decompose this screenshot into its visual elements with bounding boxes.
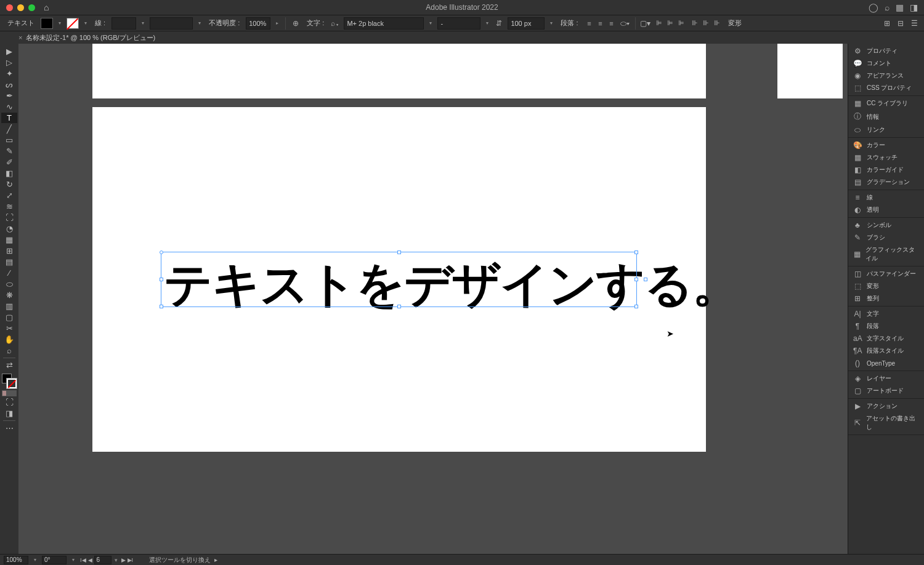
- fill-swatch[interactable]: [41, 18, 53, 29]
- rectangle-tool[interactable]: ▭: [1, 135, 17, 145]
- screen-mode-icon[interactable]: ⛶: [1, 397, 17, 407]
- panel-item[interactable]: ◈レイヤー: [848, 372, 924, 385]
- align-left-icon[interactable]: ≡: [585, 18, 594, 28]
- status-menu-icon[interactable]: ▸: [214, 556, 217, 563]
- magic-wand-tool[interactable]: ✦: [1, 68, 17, 79]
- pen-tool[interactable]: ✒: [1, 90, 17, 101]
- eraser-tool[interactable]: ◧: [1, 168, 17, 178]
- opacity-dropdown-icon[interactable]: ▸: [274, 20, 280, 26]
- recolor-icon[interactable]: ⊕: [291, 18, 301, 28]
- panel-item[interactable]: aA文字スタイル: [848, 332, 924, 345]
- stroke-profile-input[interactable]: [150, 17, 193, 30]
- panel-item[interactable]: ✎ブラシ: [848, 231, 924, 244]
- panel-item[interactable]: ▦スウォッチ: [848, 151, 924, 164]
- edit-toolbar-icon[interactable]: ⋯: [1, 423, 17, 433]
- column-graph-tool[interactable]: ▥: [1, 301, 17, 311]
- artboard-tool[interactable]: ▢: [1, 312, 17, 323]
- close-window-button[interactable]: [6, 4, 13, 11]
- fill-stroke-indicator[interactable]: [2, 374, 17, 388]
- panel-item[interactable]: ◫パスファインダー: [848, 268, 924, 280]
- align-center-icon[interactable]: ≡: [596, 18, 606, 28]
- doc-setup-icon[interactable]: ▢▾: [641, 18, 650, 28]
- last-artboard-icon[interactable]: ▶I: [128, 557, 134, 563]
- lasso-tool[interactable]: ᔕ: [1, 79, 17, 90]
- mesh-tool[interactable]: ⊞: [1, 246, 17, 256]
- snap-point-icon[interactable]: ⊟: [896, 18, 906, 28]
- selection-bounding-box[interactable]: [161, 252, 637, 307]
- draw-mode-row[interactable]: [2, 390, 17, 396]
- panel-item[interactable]: ◐透明: [848, 204, 924, 216]
- panel-item[interactable]: 🎨カラー: [848, 139, 924, 151]
- resize-handle-br[interactable]: [634, 305, 638, 308]
- resize-handle-bm[interactable]: [397, 305, 401, 308]
- dist-1-icon[interactable]: ⊪: [690, 18, 700, 28]
- font-family-input[interactable]: [344, 17, 424, 30]
- symbol-sprayer-tool[interactable]: ❋: [1, 290, 17, 300]
- dist-2-icon[interactable]: ⊪: [701, 18, 711, 28]
- close-tab-icon[interactable]: ×: [18, 34, 22, 41]
- user-icon[interactable]: ◯: [869, 2, 878, 12]
- resize-handle-ml[interactable]: [160, 278, 163, 281]
- type-tool[interactable]: T: [1, 113, 17, 123]
- prev-artboard-icon[interactable]: ◀: [88, 557, 92, 563]
- panel-item[interactable]: ⊞整列: [848, 292, 924, 305]
- snap-pixel-icon[interactable]: ⊞: [882, 18, 892, 28]
- panel-item[interactable]: ⇱アセットの書き出し: [848, 412, 924, 433]
- hand-tool[interactable]: ✋: [1, 334, 17, 345]
- paintbrush-tool[interactable]: ✎: [1, 146, 17, 156]
- panel-item[interactable]: ¶段落: [848, 320, 924, 332]
- zoom-tool[interactable]: ⌕: [1, 345, 17, 356]
- workspace-switcher-icon[interactable]: ▦: [896, 2, 904, 12]
- zoom-input[interactable]: [4, 556, 28, 564]
- line-tool[interactable]: ╱: [1, 124, 17, 134]
- document-tab[interactable]: × 名称未設定-1* @ 100 % (RGB/プレビュー): [18, 33, 155, 42]
- artboard-number-input[interactable]: [94, 556, 111, 564]
- resize-handle-mr[interactable]: [634, 278, 638, 281]
- panel-item[interactable]: ≡線: [848, 191, 924, 204]
- dist-3-icon[interactable]: ⊪: [712, 18, 722, 28]
- transform-label[interactable]: 変形: [726, 18, 744, 28]
- direct-selection-tool[interactable]: ▷: [1, 57, 17, 68]
- stroke-dropdown-icon[interactable]: ▾: [83, 20, 89, 26]
- resize-handle-tr[interactable]: [634, 250, 638, 254]
- fill-dropdown-icon[interactable]: ▾: [57, 20, 63, 26]
- maximize-window-button[interactable]: [28, 4, 35, 11]
- first-artboard-icon[interactable]: I◀: [80, 557, 86, 563]
- align-obj-2-icon[interactable]: ⊫: [665, 18, 675, 28]
- align-obj-3-icon[interactable]: ⊫: [676, 18, 686, 28]
- panel-item[interactable]: ▤グラデーション: [848, 176, 924, 188]
- change-screen-icon[interactable]: ◨: [1, 408, 17, 419]
- font-style-input[interactable]: [437, 17, 480, 30]
- gradient-tool[interactable]: ▤: [1, 257, 17, 267]
- shaper-tool[interactable]: ✐: [1, 157, 17, 167]
- shape-builder-tool[interactable]: ◔: [1, 223, 17, 234]
- panel-item[interactable]: ⬚変形: [848, 280, 924, 292]
- panel-item[interactable]: ♣シンボル: [848, 219, 924, 231]
- blend-tool[interactable]: ⬭: [1, 279, 17, 289]
- panel-item[interactable]: ⬭リンク: [848, 124, 924, 136]
- home-icon[interactable]: ⌂: [44, 2, 49, 12]
- perspective-grid-tool[interactable]: ▦: [1, 234, 17, 245]
- free-transform-tool[interactable]: ⛶: [1, 212, 17, 223]
- stroke-indicator[interactable]: [7, 379, 17, 388]
- eyedropper-tool[interactable]: ⁄: [1, 268, 17, 278]
- font-size-input[interactable]: [508, 17, 545, 30]
- panel-item[interactable]: A|文字: [848, 308, 924, 320]
- canvas-area[interactable]: テキストをデザインする。 ➤: [18, 44, 848, 554]
- slice-tool[interactable]: ✂: [1, 323, 17, 334]
- font-search-icon[interactable]: ⌕▾: [330, 18, 340, 28]
- panel-item[interactable]: ⬚CSS プロパティ: [848, 82, 924, 94]
- panel-item[interactable]: ()OpenType: [848, 357, 924, 369]
- panel-item[interactable]: 💬コメント: [848, 57, 924, 70]
- scale-tool[interactable]: ⤢: [1, 190, 17, 201]
- panel-item[interactable]: ¶A段落スタイル: [848, 345, 924, 357]
- arrange-docs-icon[interactable]: ◨: [910, 2, 918, 12]
- panel-item[interactable]: ◉アピアランス: [848, 70, 924, 82]
- warp-icon[interactable]: ⬭▾: [620, 18, 630, 28]
- opacity-input[interactable]: [246, 17, 270, 30]
- minimize-window-button[interactable]: [17, 4, 24, 11]
- curvature-tool[interactable]: ∿: [1, 102, 17, 112]
- text-overflow-handle[interactable]: [644, 278, 647, 281]
- panel-item[interactable]: ▦CC ライブラリ: [848, 97, 924, 110]
- resize-handle-bl[interactable]: [160, 305, 163, 308]
